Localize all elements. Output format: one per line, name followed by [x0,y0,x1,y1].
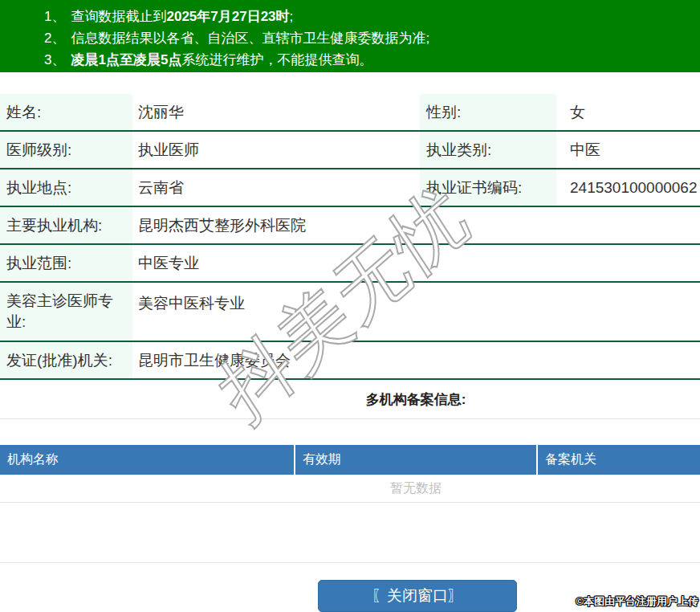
multi-org-section-title: 多机构备案信息: [0,380,700,419]
notice-text: 系统进行维护，不能提供查询。 [181,52,372,67]
notice-banner: 1、查询数据截止到2025年7月27日23时; 2、信息数据结果以各省、自治区、… [0,0,700,72]
table-row: 美容主诊医师专业: 美容中医科专业 [0,283,700,342]
name-label: 姓名: [0,94,132,130]
notice-text: 查询数据截止到 [71,9,166,24]
column-header-validity-period: 有效期 [295,445,538,475]
table-row: 发证(批准)机关: 昆明市卫生健康委员会 [0,342,700,380]
notice-text-bold: 2025年7月27日23时 [166,9,289,24]
doctor-level-label: 医师级别: [0,132,132,168]
practice-category-value: 中医 [556,132,700,168]
column-header-institution-name: 机构名称 [0,445,295,475]
practice-location-label: 执业地点: [0,169,132,206]
gender-label: 性别: [420,94,556,130]
practice-scope-label: 执业范围: [0,245,132,281]
close-window-button[interactable]: 〖关闭窗口〗 [318,580,517,612]
notice-line-1: 1、查询数据截止到2025年7月27日23时; [44,6,700,27]
notice-line-3: 3、凌晨1点至凌晨5点系统进行维护，不能提供查询。 [44,49,700,71]
practice-location-value: 云南省 [132,169,420,206]
main-institution-value: 昆明杰西艾整形外科医院 [132,207,700,243]
issuing-authority-value: 昆明市卫生健康委员会 [132,342,700,378]
notice-number: 2、 [44,31,65,46]
table-row: 姓名: 沈丽华 性别: 女 [0,94,700,132]
issuing-authority-label: 发证(批准)机关: [0,342,132,378]
notice-number: 3、 [44,52,65,67]
name-value: 沈丽华 [132,94,420,130]
empty-data-placeholder: 暂无数据 [0,475,700,503]
main-institution-label: 主要执业机构: [0,207,132,243]
doctor-profile-table: 姓名: 沈丽华 性别: 女 医师级别: 执业医师 执业类别: 中医 执业地点: … [0,94,700,380]
table-row: 执业地点: 云南省 执业证书编码: 241530100000062 [0,169,700,207]
table-row: 主要执业机构: 昆明杰西艾整形外科医院 [0,207,700,245]
notice-number: 1、 [44,9,65,24]
notice-text: 信息数据结果以各省、自治区、直辖市卫生健康委数据为准; [71,31,429,46]
cosmetic-chief-specialty-label: 美容主诊医师专业: [0,283,132,341]
notice-text-bold: 凌晨1点至凌晨5点 [71,52,181,67]
cosmetic-chief-specialty-value: 美容中医科专业 [132,283,700,341]
spacer [0,503,700,563]
notice-line-2: 2、信息数据结果以各省、自治区、直辖市卫生健康委数据为准; [44,27,700,49]
table-row: 医师级别: 执业医师 执业类别: 中医 [0,132,700,169]
certificate-number-label: 执业证书编码: [420,169,556,206]
notice-text: ; [290,9,294,24]
button-area: 〖关闭窗口〗 [0,563,700,612]
practice-scope-value: 中医专业 [132,245,700,281]
table-row: 执业范围: 中医专业 [0,245,700,283]
practice-category-label: 执业类别: [420,132,556,168]
page-container: 1、查询数据截止到2025年7月27日23时; 2、信息数据结果以各省、自治区、… [0,0,700,612]
column-header-filing-authority: 备案机关 [538,445,700,475]
certificate-number-value: 241530100000062 [556,169,700,206]
doctor-level-value: 执业医师 [132,132,420,168]
multi-org-table-header: 机构名称 有效期 备案机关 [0,445,700,475]
gender-value: 女 [556,94,700,130]
